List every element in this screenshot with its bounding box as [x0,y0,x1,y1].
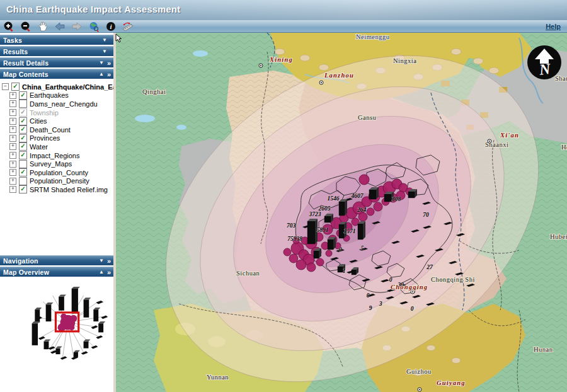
layer-checkbox[interactable]: ✓ [19,117,27,125]
expand-node-icon[interactable]: + [9,186,16,193]
layer-row: +✓Death_Count [2,125,112,134]
expand-node-icon[interactable]: + [9,100,16,107]
earthquake-point [367,208,374,216]
layer-row: +✓Provinces [2,134,112,143]
layer-label: Township [30,109,59,117]
death-count-bar [369,187,379,199]
expand-node-icon[interactable]: + [9,126,16,133]
panel-header-tasks[interactable]: Tasks ▼ [0,35,113,45]
mouse-cursor [115,33,122,43]
earthquake-point [374,202,382,211]
province-label: Shanxi [555,75,567,82]
layer-row: +✓SRTM Shaded Relief.img [2,185,112,194]
expand-node-icon[interactable]: + [9,92,16,99]
back-button[interactable] [51,20,68,32]
layer-checkbox[interactable]: ✓ [19,151,27,159]
expand-node-icon[interactable]: + [9,109,16,116]
collapse-arrow-icon[interactable]: ▲ [99,270,104,275]
province-label: Yunnan [207,374,229,381]
death-count-value: 4607 [351,193,364,199]
collapse-arrow-icon[interactable]: ▼ [102,49,107,54]
expand-node-icon[interactable]: + [9,135,16,142]
toolbar-buttons: i [0,20,136,32]
death-count-value: 703 [287,222,296,229]
full-extent-button[interactable] [85,20,102,32]
identify-button[interactable]: i [102,20,119,32]
pan-button[interactable] [34,20,51,32]
death-count-value: 3 [379,301,382,307]
death-count-value: 0 [411,306,414,312]
death-count-value: 1546 [328,195,340,202]
death-count-bar [339,199,347,216]
death-count-value: 9 [369,305,372,311]
death-count-value: 70 [423,212,429,218]
death-count-value: 0 [339,246,342,253]
layer-checkbox[interactable]: ✓ [19,177,27,185]
zoom-in-button[interactable] [0,20,17,32]
application-window: China Earthquake Impact Assessment i Hel… [0,0,567,392]
map-canvas[interactable]: 1546460730826052643723703705891357175938… [116,33,567,392]
collapse-arrow-icon[interactable]: ▲ [99,72,104,77]
collapse-arrow-icon[interactable]: ▼ [102,38,107,43]
layer-checkbox[interactable]: ✓ [19,168,27,176]
layer-label: Population_Density [30,177,89,185]
measure-button[interactable] [119,20,136,32]
layer-checkbox[interactable]: ✓ [19,142,27,151]
earthquake-point [326,250,332,257]
collapse-arrow-icon[interactable]: ▼ [99,258,104,263]
layer-checkbox[interactable]: ✓ [19,125,27,134]
layer-label: Dams_near_Chengdu [30,100,98,108]
title-bar: China Earthquake Impact Assessment [0,0,567,20]
earthquake-point [307,263,316,272]
earthquake-point [316,258,324,266]
layer-row: +✓Population_County [2,168,112,177]
forward-button[interactable] [68,20,85,32]
popout-icon[interactable]: » [107,269,110,275]
popout-icon[interactable]: » [107,71,110,78]
death-count-value: 264 [357,207,367,213]
earthquake-point [289,254,298,263]
death-count-value: 27 [426,264,433,270]
zoom-out-button[interactable] [17,20,34,32]
help-link[interactable]: Help [546,23,561,30]
expand-node-icon[interactable]: + [9,178,16,185]
death-count-bar [358,221,365,239]
layer-checkbox[interactable]: ✓ [19,185,27,193]
popout-icon[interactable]: » [107,258,110,264]
layer-checkbox[interactable]: ✓ [19,134,27,142]
earthquake-point [359,175,369,185]
expand-node-icon[interactable]: + [9,118,16,125]
city-label: Xi'an [500,132,519,139]
layer-checkbox[interactable]: ✓ [19,160,27,168]
panel-header-results[interactable]: Results ▼ [0,46,113,56]
earthquake-point [284,248,291,256]
layer-checkbox[interactable]: ✓ [11,83,20,91]
expand-node-icon[interactable]: + [9,143,16,150]
province-label: Neimenggu [356,33,390,40]
expand-node-icon[interactable]: + [9,169,16,176]
layer-label: Survey_Maps [30,160,72,168]
popout-icon[interactable]: » [107,60,110,66]
earthquake-point [358,212,367,221]
layer-checkbox[interactable]: ✓ [19,108,27,117]
death-count-value: 75938 [287,236,302,242]
expand-node-icon[interactable]: + [9,152,16,159]
death-count-bar [408,189,417,198]
expand-node-icon[interactable]: + [9,161,16,168]
layer-checkbox[interactable]: ✓ [19,100,27,108]
panel-header-map-overview[interactable]: Map Overview ▲ » [0,267,113,277]
province-label: Qinghai [142,88,166,95]
layer-row: +✓Earthquakes [2,91,112,100]
panel-header-map-contents[interactable]: Map Contents ▲ » [0,69,113,79]
collapse-node-icon[interactable]: − [2,83,9,90]
layer-label: China_Earthquake/China_Ea [22,83,113,91]
layer-row: +✓Impact_Regions [2,151,112,160]
panel-header-result-details[interactable]: Result Details ▼ » [0,57,113,67]
map-overview-panel [0,278,113,392]
layer-checkbox[interactable]: ✓ [19,91,27,100]
collapse-arrow-icon[interactable]: ▼ [99,61,104,66]
death-count-value: 0 [389,277,392,283]
panel-header-navigation[interactable]: Navigation ▼ » [0,255,113,265]
death-count-value: 308 [391,196,401,202]
layer-label: Impact_Regions [30,152,80,159]
